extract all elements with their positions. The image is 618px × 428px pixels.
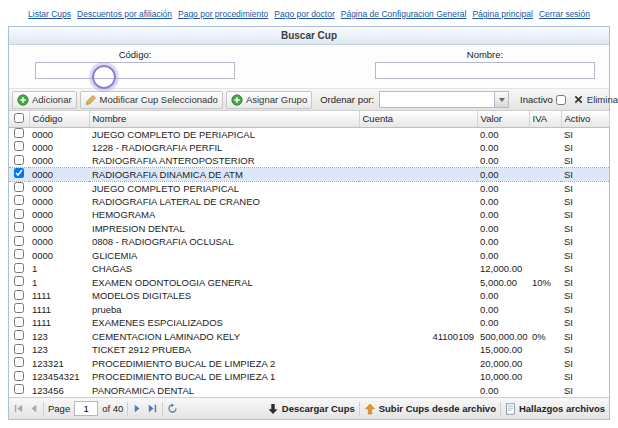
table-row[interactable]: 0000RADIOGRAFIA ANTEROPOSTERIOR0.00SI [9, 154, 609, 168]
row-checkbox[interactable] [14, 195, 24, 205]
row-checkbox[interactable] [14, 317, 24, 327]
cell-codigo: 0000 [29, 127, 89, 141]
cell-iva [529, 208, 561, 222]
row-checkbox[interactable] [14, 141, 24, 151]
cell-cuenta [359, 208, 477, 222]
table-row[interactable]: 0000HEMOGRAMA0.00SI [9, 208, 609, 222]
table-row[interactable]: 0000JUEGO COMPLETO PERIAPICAL0.00SI [9, 181, 609, 195]
next-page-button[interactable] [132, 403, 143, 414]
asignar-grupo-button[interactable]: Asignar Grupo [226, 91, 312, 109]
nav-link[interactable]: Cerrar sesión [539, 9, 590, 19]
row-checkbox[interactable] [14, 384, 24, 394]
cell-valor: 0.00 [477, 235, 529, 249]
table-row[interactable]: 0000IMPRESION DENTAL0.00SI [9, 222, 609, 236]
table-row[interactable]: 0000GLICEMIA0.00SI [9, 249, 609, 263]
table-row[interactable]: 123CEMENTACION LAMINADO KELY41100109500,… [9, 330, 609, 344]
nav-link[interactable]: Descuentos por afiliación [77, 9, 172, 19]
table-row[interactable]: 1EXAMEN ODONTOLOGIA GENERAL5,000.0010%SI [9, 276, 609, 290]
cell-activo: SI [561, 235, 609, 249]
table-row[interactable]: 00000808 - RADIOGRAFIA OCLUSAL0.00SI [9, 235, 609, 249]
divider [127, 402, 128, 416]
cell-iva [529, 289, 561, 303]
column-header-cuenta[interactable]: Cuenta [359, 111, 477, 127]
row-checkbox[interactable] [14, 168, 24, 178]
row-checkbox[interactable] [14, 209, 24, 219]
cell-iva [529, 357, 561, 371]
column-header-iva[interactable]: IVA [529, 111, 561, 127]
grid-toolbar: Adicionar Modificar Cup Seleccionado Asi… [9, 89, 609, 111]
codigo-label: Código: [35, 49, 235, 60]
row-checkbox[interactable] [14, 222, 24, 232]
first-page-button[interactable] [13, 403, 24, 414]
row-checkbox[interactable] [14, 155, 24, 165]
column-header-nombre[interactable]: Nombre [89, 111, 359, 127]
table-row[interactable]: 0000RADIOGRAFIA DINAMICA DE ATM0.00SI [9, 168, 609, 182]
table-row[interactable]: 1111EXAMENES ESPCIALIZADOS0.00SI [9, 316, 609, 330]
cell-activo: SI [561, 222, 609, 236]
cell-iva [529, 370, 561, 384]
table-row[interactable]: 0000JUEGO COMPLETO DE PERIAPICAL0.00SI [9, 127, 609, 141]
row-checkbox[interactable] [14, 182, 24, 192]
row-checkbox[interactable] [14, 303, 24, 313]
cell-iva [529, 384, 561, 398]
table-row[interactable]: 1CHAGAS12,000.00SI [9, 262, 609, 276]
row-checkbox[interactable] [14, 330, 24, 340]
table-row[interactable]: 123454321PROCEDIMIENTO BUCAL DE LIMPIEZA… [9, 370, 609, 384]
inactivo-checkbox[interactable] [556, 95, 566, 105]
nav-link[interactable]: Página principal [472, 9, 532, 19]
page-input[interactable] [74, 401, 98, 416]
row-checkbox[interactable] [14, 263, 24, 273]
descargar-cups-button[interactable]: Descargar Cups [267, 403, 355, 415]
cell-activo: SI [561, 276, 609, 290]
last-page-button[interactable] [147, 403, 158, 414]
chevron-down-icon[interactable] [494, 91, 509, 108]
ordenar-combobox[interactable] [379, 91, 509, 108]
row-checkbox[interactable] [14, 290, 24, 300]
row-checkbox[interactable] [14, 344, 24, 354]
prev-page-button[interactable] [28, 403, 39, 414]
adicionar-button[interactable]: Adicionar [12, 91, 77, 109]
buscar-cup-panel: Buscar Cup Código: Nombre: Adicionar Mod… [8, 26, 610, 420]
column-header-activo[interactable]: Activo [561, 111, 609, 127]
cell-codigo: 0000 [29, 181, 89, 195]
cell-valor: 0.00 [477, 303, 529, 317]
row-checkbox[interactable] [14, 249, 24, 259]
eliminar-cup-button[interactable]: Eliminar Cup Seleccionado [569, 91, 618, 109]
row-checkbox[interactable] [14, 371, 24, 381]
select-all-checkbox[interactable] [14, 113, 24, 123]
column-header-codigo[interactable]: Código [29, 111, 89, 127]
codigo-input[interactable] [35, 62, 235, 79]
column-header-valor[interactable]: Valor [477, 111, 529, 127]
nav-link[interactable]: Pago por procedimiento [178, 9, 268, 19]
cell-activo: SI [561, 127, 609, 141]
cell-nombre: CHAGAS [89, 262, 359, 276]
row-checkbox[interactable] [14, 357, 24, 367]
cell-valor: 5,000.00 [477, 276, 529, 290]
page-count-label: of 40 [102, 403, 123, 414]
cell-nombre: HEMOGRAMA [89, 208, 359, 222]
row-checkbox[interactable] [14, 236, 24, 246]
table-row[interactable]: 123456PANORAMICA DENTAL0.00SI [9, 384, 609, 398]
cell-cuenta [359, 276, 477, 290]
nombre-input[interactable] [375, 62, 595, 79]
table-row[interactable]: 123321PROCEDIMIENTO BUCAL DE LIMPIEZA 22… [9, 357, 609, 371]
table-row[interactable]: 0000RADIOGRAFIA LATERAL DE CRANEO0.00SI [9, 195, 609, 209]
nav-link[interactable]: Listar Cups [28, 9, 71, 19]
table-row[interactable]: 1111prueba0.00SI [9, 303, 609, 317]
modificar-cup-button[interactable]: Modificar Cup Seleccionado [80, 91, 223, 109]
hallazgos-archivos-button[interactable]: Hallazgos archivos [505, 403, 605, 415]
cell-nombre: RADIOGRAFIA ANTEROPOSTERIOR [89, 154, 359, 168]
grid-body: 0000JUEGO COMPLETO DE PERIAPICAL0.00SI00… [9, 127, 609, 397]
cell-cuenta [359, 154, 477, 168]
table-row[interactable]: 123TICKET 2912 PRUEBA15,000.00SI [9, 343, 609, 357]
table-row[interactable]: 00001228 - RADIOGRAFIA PERFIL0.00SI [9, 141, 609, 155]
nav-link[interactable]: Página de Configuracion General [341, 9, 467, 19]
table-row[interactable]: 1111MODELOS DIGITALES0.00SI [9, 289, 609, 303]
row-checkbox[interactable] [14, 276, 24, 286]
ordenar-input[interactable] [379, 91, 494, 108]
row-checkbox[interactable] [14, 128, 24, 138]
refresh-button[interactable] [167, 403, 178, 414]
cell-cuenta [359, 222, 477, 236]
subir-cups-button[interactable]: Subir Cups desde archivo [364, 403, 496, 415]
nav-link[interactable]: Pago por doctor [274, 9, 334, 19]
